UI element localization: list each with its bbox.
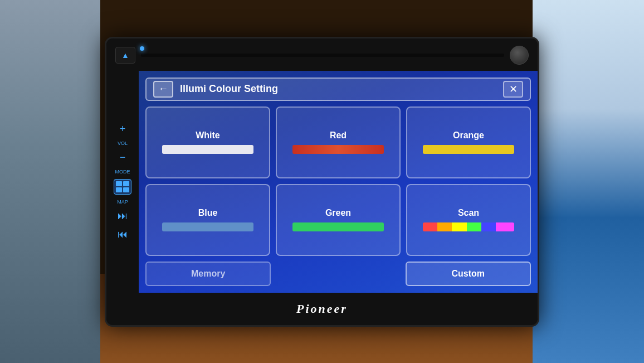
red-color-button[interactable]: Red	[276, 107, 401, 178]
red-swatch	[292, 145, 383, 154]
vol-minus-button[interactable]: −	[118, 151, 128, 164]
device-unit: ▲ + VOL − MODE MAP ⏭ ⏮ ← Illumi Colour S…	[105, 37, 539, 327]
scan-label: Scan	[458, 208, 479, 218]
white-swatch	[162, 145, 253, 154]
green-swatch	[292, 222, 383, 231]
device-bottom-bar: Pioneer	[106, 293, 538, 325]
custom-label: Custom	[452, 269, 485, 279]
orange-color-button[interactable]: Orange	[406, 107, 531, 178]
close-button[interactable]: ✕	[503, 81, 523, 98]
blue-swatch	[162, 222, 253, 231]
green-color-button[interactable]: Green	[276, 184, 401, 256]
grid-cell	[116, 181, 122, 186]
blue-color-button[interactable]: Blue	[145, 184, 270, 256]
memory-button[interactable]: Memory	[145, 262, 271, 286]
vol-plus-button[interactable]: +	[118, 122, 128, 136]
color-grid: White Red Orange Blue Green Scan	[145, 107, 531, 256]
scan-color-button[interactable]: Scan	[406, 184, 531, 256]
title-bar: ← Illumi Colour Setting ✕	[145, 78, 531, 101]
main-screen: ← Illumi Colour Setting ✕ White Red Oran…	[139, 71, 538, 293]
pioneer-logo: Pioneer	[296, 302, 348, 316]
volume-knob[interactable]	[510, 46, 529, 65]
grid-cell	[123, 181, 129, 186]
cd-slot	[141, 54, 504, 57]
grid-cell	[123, 187, 129, 192]
spacer	[276, 262, 399, 286]
red-label: Red	[330, 130, 347, 141]
prev-track-button[interactable]: ⏮	[115, 228, 130, 241]
white-label: White	[196, 130, 220, 141]
background-right	[533, 0, 644, 363]
orange-label: Orange	[453, 130, 484, 141]
mode-button[interactable]: MODE	[115, 169, 130, 175]
power-led	[140, 46, 144, 51]
eject-button[interactable]: ▲	[115, 47, 135, 64]
blue-label: Blue	[198, 208, 218, 218]
map-button[interactable]: MAP	[117, 199, 128, 205]
white-color-button[interactable]: White	[145, 107, 270, 178]
bottom-bar: Memory Custom	[145, 262, 531, 286]
device-top-bar: ▲	[106, 38, 538, 72]
back-button[interactable]: ←	[153, 81, 173, 98]
scan-swatch	[423, 222, 514, 231]
custom-button[interactable]: Custom	[406, 262, 531, 286]
grid-menu-button[interactable]	[114, 179, 131, 195]
memory-label: Memory	[191, 269, 225, 279]
vol-label: VOL	[118, 141, 128, 146]
next-track-button[interactable]: ⏭	[115, 209, 130, 223]
side-controls: + VOL − MODE MAP ⏭ ⏮	[106, 72, 139, 292]
screen-title: Illumi Colour Setting	[180, 83, 503, 95]
orange-swatch	[423, 145, 514, 154]
background-left	[0, 0, 100, 363]
green-label: Green	[325, 208, 351, 218]
grid-cell	[116, 187, 122, 192]
